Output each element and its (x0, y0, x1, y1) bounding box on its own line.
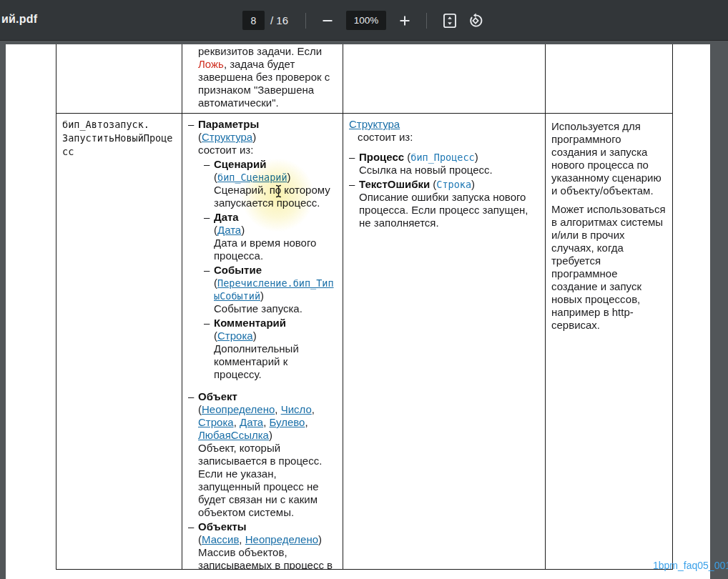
param-name: Событие (214, 264, 262, 276)
param-name: Объекты (198, 520, 247, 533)
list-dash: – (204, 158, 210, 171)
table-cell-result: Структура состоит из: – Процесс (бип_Про… (343, 114, 546, 570)
type-link[interactable]: Неопределено (202, 403, 275, 415)
paren: ) (318, 533, 322, 545)
type-link[interactable]: Строка (217, 330, 253, 342)
table-cell-r1-result (343, 44, 546, 114)
param-description: Дата и время нового процесса. (214, 237, 338, 262)
param-name: Комментарий (214, 317, 286, 329)
type-link[interactable]: Дата (217, 224, 241, 236)
list-dash: – (188, 118, 194, 131)
type-link[interactable]: Структура (202, 131, 252, 143)
param-name-line: – Параметры (198, 118, 338, 131)
param-name: Сценарий (214, 158, 266, 170)
fit-to-page-icon (441, 12, 458, 29)
paren: ) (252, 131, 256, 143)
page-count-label: / 16 (270, 14, 288, 26)
type-link[interactable]: Число (281, 403, 312, 415)
comma: , (275, 403, 280, 415)
type-link[interactable]: Структура (349, 118, 400, 130)
type-link[interactable]: ЛюбаяСсылка (198, 429, 269, 441)
description-paragraph: Может использоваться в алгоритмах систем… (551, 203, 666, 332)
rotate-button[interactable] (466, 11, 486, 31)
type-link[interactable]: Неопределено (245, 533, 318, 545)
result-description: Описание ошибки запуска нового процесса.… (359, 191, 541, 229)
paren: ) (260, 290, 264, 302)
zoom-level-value: 100% (346, 11, 386, 30)
param-item: – Объект(Неопределено, Число, Строка, Да… (188, 390, 338, 519)
list-dash: – (349, 151, 355, 164)
result-item: – ТекстОшибки (Строка)Описание ошибки за… (349, 178, 541, 229)
comma: , (263, 416, 269, 428)
list-dash: – (188, 390, 194, 403)
rotate-ccw-icon (467, 12, 484, 29)
pdf-toolbar: ий.pdf 8 / 16 100% (0, 0, 728, 41)
type-link[interactable]: бип_Процесс (410, 152, 474, 163)
comma: , (234, 416, 240, 428)
api-table: реквизитов задачи. Если Ложь, задача буд… (56, 44, 673, 570)
pdf-filename: ий.pdf (1, 13, 37, 26)
type-link[interactable]: Строка (436, 179, 471, 190)
result-name: Процесс (359, 151, 404, 163)
minus-icon (320, 13, 335, 29)
param-item: – Комментарий(Строка)Дополнительный комм… (204, 317, 338, 381)
fit-to-page-button[interactable] (440, 11, 460, 31)
toolbar-divider (305, 13, 306, 29)
toolbar-controls: 8 / 16 100% (242, 0, 486, 41)
param-name-line: – Дата (214, 211, 338, 224)
param-name-line: – Объект (198, 390, 338, 403)
col2-param-list: – Параметры(Структура)состоит из:– Сцена… (188, 118, 338, 570)
list-dash: – (204, 211, 210, 224)
zoom-out-button[interactable] (318, 11, 338, 31)
list-dash: – (204, 264, 210, 277)
type-link[interactable]: Массив (202, 533, 239, 545)
param-types-line: (Структура) (198, 131, 338, 144)
table-cell-r1-params: реквизитов задачи. Если Ложь, задача буд… (182, 44, 343, 114)
paren: ) (471, 178, 475, 190)
result-title-line: Структура (349, 118, 541, 131)
type-link[interactable]: бип_Сценарий (217, 172, 287, 183)
result-name-line: – ТекстОшибки (Строка) (359, 178, 541, 191)
paren: ) (287, 171, 291, 183)
param-types-line: (Перечисление.бип_ТипыСобытий) (214, 277, 338, 302)
table-cell-r1-description (546, 44, 673, 114)
result-name: ТекстОшибки (359, 178, 430, 190)
param-types-line: (Неопределено, Число, Строка, Дата, Буле… (198, 403, 338, 442)
description-paragraph: Используется для программного создания и… (551, 120, 666, 197)
table-cell-description: Используется для программного создания и… (546, 114, 673, 570)
list-dash: – (204, 317, 210, 330)
toolbar-divider (426, 13, 427, 29)
type-link[interactable]: Булево (270, 416, 305, 428)
param-description: Сценарий, по которому запускается процес… (214, 184, 338, 209)
type-link[interactable]: Перечисление.бип_ТипыСобытий (214, 277, 334, 302)
method-name: бип_Автозапуск. ЗапуститьНовыйПроцесс (62, 118, 177, 159)
paren: ) (241, 224, 245, 236)
pdf-page: реквизитов задачи. Если Ложь, задача буд… (6, 44, 710, 579)
paren: ( (404, 151, 410, 163)
r1-text-before: реквизитов задачи. Если (198, 45, 322, 57)
plus-icon (397, 13, 413, 29)
comma: , (239, 533, 245, 545)
param-name-line: – Объекты (198, 520, 338, 533)
param-types-line: (бип_Сценарий) (214, 171, 338, 184)
param-item: – Объекты(Массив, Неопределено)Массив об… (188, 520, 338, 570)
type-link[interactable]: Строка (198, 416, 234, 428)
param-item: – Событие(Перечисление.бип_ТипыСобытий)С… (204, 264, 338, 315)
comma: , (312, 403, 315, 415)
result-description: Ссылка на новый процесс. (359, 164, 541, 177)
zoom-in-button[interactable] (395, 11, 415, 31)
param-subtitle: состоит из: (198, 144, 338, 157)
param-name: Дата (214, 211, 239, 223)
param-name-line: – Событие (214, 264, 338, 277)
result-subtitle: состоит из: (349, 131, 541, 144)
page-number-input[interactable]: 8 (242, 11, 265, 30)
pdf-viewer: ий.pdf 8 / 16 100% (0, 0, 728, 579)
param-description: Массив объектов, записываемых в процесс … (198, 546, 338, 570)
table-cell-parameters: – Параметры(Структура)состоит из:– Сцена… (182, 114, 343, 570)
watermark-label: 1bpm_faq05_001 (653, 560, 728, 571)
result-name-line: – Процесс (бип_Процесс) (359, 151, 541, 164)
col3-item-list: – Процесс (бип_Процесс)Ссылка на новый п… (349, 151, 541, 229)
param-item: – Сценарий(бип_Сценарий)Сценарий, по кот… (204, 158, 338, 209)
type-link[interactable]: Дата (240, 416, 263, 428)
param-description: Событие запуска. (214, 302, 338, 315)
